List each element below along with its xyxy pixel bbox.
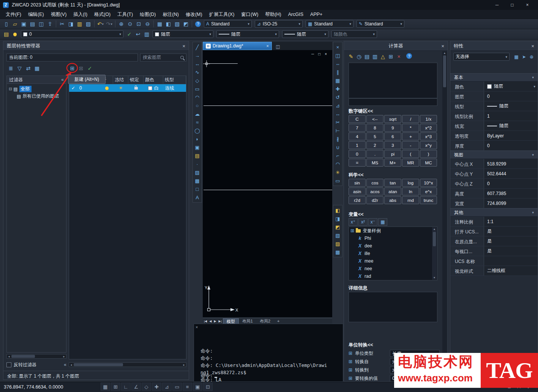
match-properties-icon[interactable]: ▨ [84, 20, 93, 28]
filter-item-all-used[interactable]: ▤ 所有已使用的图层 [7, 93, 66, 100]
scroll-right-icon[interactable]: ▸ [62, 355, 66, 358]
calculator-help-icon[interactable]: ? [406, 53, 412, 59]
layer-isolate-icon[interactable]: ⇄ [24, 64, 33, 72]
new-file-icon[interactable]: ▯ [2, 20, 11, 28]
layer-on-icon[interactable] [105, 87, 109, 90]
property-row[interactable]: 颜色 随层 ▾ [450, 82, 538, 91]
property-row[interactable]: 宽度 724.8099 ▾ [450, 198, 538, 208]
get-coordinates-icon[interactable]: ▤ [363, 52, 371, 61]
calc-key[interactable]: abs [384, 196, 401, 204]
lights-icon[interactable]: ▩ [334, 248, 342, 256]
property-row[interactable]: 视觉样式 二维线框 ▾ [450, 266, 538, 276]
units-section-label[interactable]: 单位转换<< [349, 342, 373, 348]
scroll-up-icon[interactable]: ▴ [432, 227, 437, 231]
layer-properties-icon[interactable]: ▤ [2, 30, 11, 38]
render-icon[interactable]: ▧ [334, 231, 342, 239]
property-value[interactable]: 随层 ▾ [484, 121, 538, 131]
calc-key[interactable]: e^x [420, 187, 437, 195]
section-header[interactable]: 基本 ▾ [450, 73, 538, 82]
polyline-icon[interactable]: ∿ [193, 68, 201, 76]
close-document-icon[interactable]: × [267, 44, 269, 48]
calc-key[interactable]: 4 [349, 132, 366, 140]
point-icon[interactable]: ∙ [193, 160, 201, 168]
stretch-icon[interactable]: ↔ [334, 110, 342, 118]
scroll-down-icon[interactable]: ▾ [432, 276, 437, 280]
column-header[interactable]: 颜色 [144, 76, 163, 84]
layer-states-icon[interactable]: ▥ [142, 30, 151, 38]
layout-icon[interactable]: ◧ [164, 20, 173, 28]
pan-icon[interactable]: ⊕ [117, 20, 126, 28]
maximize-button[interactable]: □ [505, 0, 520, 9]
calc-key[interactable]: 1 [349, 141, 366, 149]
zoom-realtime-icon[interactable]: ⊙ [126, 20, 134, 28]
distance-icon[interactable]: ▥ [371, 52, 379, 61]
property-row[interactable]: 中心点 Z 0 ▾ [450, 179, 538, 189]
tree-expander-icon[interactable]: ⊟ [9, 87, 12, 91]
undo-icon[interactable]: ↶▾ [96, 20, 105, 28]
text-style-select[interactable]: A Standard ▾ [204, 20, 252, 28]
variable-item[interactable]: X dee [349, 242, 437, 250]
array-icon[interactable]: ▦ [334, 76, 342, 85]
dim-style-select[interactable]: ⊿ ISO-25 ▾ [255, 20, 303, 28]
layer-lock-icon[interactable] [134, 87, 138, 90]
calc-key[interactable]: pi [384, 150, 401, 158]
column-header[interactable]: 锁定 [128, 76, 144, 84]
help-icon[interactable]: ? [195, 21, 201, 27]
property-row[interactable]: 线型比例 1 ▾ [450, 111, 538, 121]
polygon-icon[interactable]: ◇ [193, 76, 201, 85]
calc-key[interactable]: x^2 [420, 124, 437, 132]
menu-item[interactable]: 格式(O) [91, 10, 114, 19]
panel-titlebar[interactable]: 特性 × [450, 41, 538, 51]
close-command-icon[interactable]: × [196, 325, 198, 329]
save-icon[interactable]: ▣ [19, 20, 28, 28]
grid-icon[interactable]: ⊞ [111, 383, 120, 391]
move-icon[interactable]: ✚ [334, 85, 342, 93]
new-layer-button[interactable]: ⊞ [68, 64, 77, 72]
calculator-scrollbar[interactable]: ▴ ▾ [442, 51, 447, 380]
lineweight-select[interactable]: 随层 ▾ [282, 30, 328, 38]
collapse-section-icon[interactable]: ▾ [530, 211, 534, 214]
calc-key[interactable]: tan [384, 179, 401, 187]
menu-item[interactable]: ArcGIS [285, 10, 307, 19]
caret-down-icon[interactable]: ▾ [111, 22, 112, 26]
close-icon[interactable]: × [182, 43, 185, 49]
layout-nav-icon[interactable]: ◀ [208, 320, 213, 323]
preview-icon[interactable]: ◫ [37, 20, 46, 28]
property-row[interactable]: 每视口... 是 ▾ [450, 246, 538, 256]
property-value[interactable]: 724.8099 ▾ [484, 198, 538, 208]
menu-item[interactable]: 文件(F) [2, 10, 25, 19]
property-row[interactable]: 高度 607.7385 ▾ [450, 189, 538, 198]
explode-icon[interactable]: ✳ [334, 168, 342, 176]
lineweight-icon[interactable]: ≡ [183, 383, 192, 391]
calc-key[interactable]: - [402, 141, 419, 149]
circle-icon[interactable]: ○ [193, 101, 201, 110]
layer-name[interactable]: 0 [77, 85, 100, 91]
create-block-icon[interactable]: ▤ [193, 151, 201, 160]
calc-key[interactable]: * [402, 124, 419, 132]
hatch-icon[interactable]: ▨ [193, 168, 201, 176]
caret-down-icon[interactable]: ▾ [102, 22, 104, 26]
line-icon[interactable]: ╱ [193, 43, 201, 51]
intersection-icon[interactable]: ⊞ [387, 52, 395, 61]
command-window[interactable]: × 命令:命令:命令: C:\Users\admin\AppData\Local… [194, 324, 343, 382]
variables-scrollbar[interactable]: ▴ ▾ [432, 227, 437, 280]
calc-key[interactable]: sqrt [384, 115, 401, 123]
layer-filter-icon[interactable]: ▽ [15, 64, 24, 72]
color-select[interactable]: 随层 ▾ [153, 30, 213, 38]
scroll-right-icon[interactable]: ▸ [182, 363, 186, 367]
ellipse-icon[interactable]: ◯ [193, 126, 201, 135]
delete-layer-button[interactable]: ⊠ [77, 64, 85, 72]
insert-block-icon[interactable]: ▣ [193, 143, 201, 151]
calc-key[interactable]: MS [366, 159, 383, 167]
doc-close-icon[interactable]: × [325, 52, 327, 56]
calc-key[interactable]: 0 [349, 150, 366, 158]
property-row[interactable]: 中心点 Y 502.6444 ▾ [450, 169, 538, 179]
close-icon[interactable]: × [441, 43, 444, 49]
section-header[interactable]: 视图 ▾ [450, 151, 538, 159]
calc-key[interactable]: C [349, 115, 366, 123]
calc-key[interactable]: x^3 [420, 132, 437, 140]
mleader-style-select[interactable]: ✎ Standard ▾ [357, 20, 404, 28]
calc-key[interactable]: sin [349, 179, 366, 187]
menu-item[interactable]: 帮助(H) [262, 10, 284, 19]
paste-icon[interactable]: ▥ [75, 20, 84, 28]
